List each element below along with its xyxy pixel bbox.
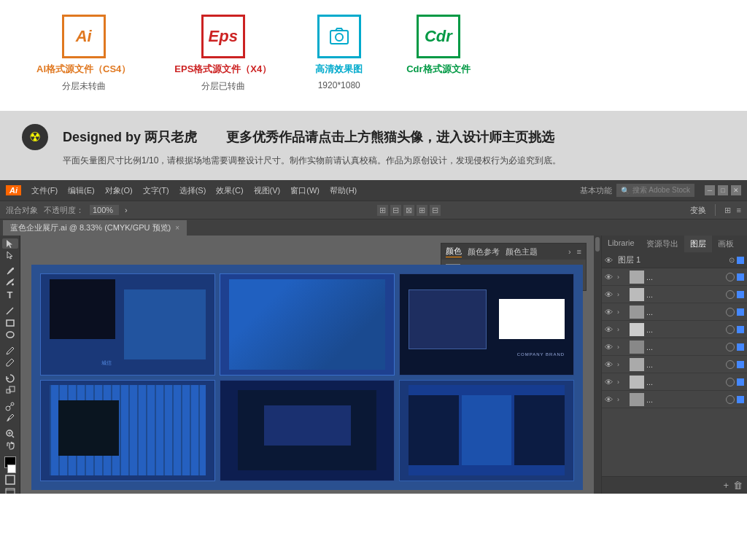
- layer-eye-7[interactable]: 👁: [605, 395, 615, 404]
- layer-vis-4[interactable]: [726, 343, 735, 351]
- window-controls: ─ □ ✕: [705, 185, 741, 195]
- layer-row[interactable]: 👁 › ...: [602, 268, 747, 286]
- zoom-tool[interactable]: [2, 429, 18, 439]
- menu-edit[interactable]: 编辑(E): [63, 183, 99, 198]
- layer-sq-2: [737, 308, 744, 316]
- layer-vis-0[interactable]: [726, 273, 735, 281]
- layer-vis-3[interactable]: [726, 325, 735, 334]
- layers-tab[interactable]: 图层: [684, 236, 712, 252]
- layer-vis-1[interactable]: [726, 290, 735, 299]
- layer-arrow-2[interactable]: ›: [617, 308, 627, 316]
- rotate-tool[interactable]: [2, 373, 18, 384]
- canvas-area[interactable]: 颜色 颜色参考 颜色主题 › ≡: [20, 236, 594, 494]
- paintbrush-tool[interactable]: [2, 346, 18, 356]
- color-ref-tab[interactable]: 颜色参考: [468, 246, 500, 257]
- pencil-tool[interactable]: [2, 357, 18, 368]
- distribute-btn-1[interactable]: ⊞: [417, 205, 427, 216]
- layer-eye-0[interactable]: 👁: [605, 273, 615, 281]
- mid-inner-5: [264, 405, 351, 446]
- scale-tool[interactable]: [2, 385, 18, 395]
- menu-help[interactable]: 帮助(H): [325, 183, 361, 198]
- layer-vis-5[interactable]: [726, 360, 735, 369]
- layer-arrow-6[interactable]: ›: [617, 378, 627, 386]
- layer-row[interactable]: 👁 › ...: [602, 373, 747, 391]
- new-layer-icon[interactable]: +: [723, 480, 729, 491]
- layer-arrow-3[interactable]: ›: [617, 326, 627, 333]
- ellipse-tool[interactable]: [2, 330, 18, 340]
- layer-eye-6[interactable]: 👁: [605, 378, 615, 386]
- layer-row[interactable]: 👁 › ...: [602, 356, 747, 373]
- layer-row[interactable]: 👁 › ...: [602, 303, 747, 321]
- menu-file[interactable]: 文件(F): [27, 183, 62, 198]
- layer-arrow-5[interactable]: ›: [617, 361, 627, 368]
- v-scroll-thumb[interactable]: [595, 237, 600, 252]
- align-btn-1[interactable]: ⊞: [377, 205, 388, 216]
- blend-tool[interactable]: [2, 401, 18, 411]
- layer-arrow-4[interactable]: ›: [617, 343, 627, 351]
- layer-eye-4[interactable]: 👁: [605, 343, 615, 351]
- layer-row[interactable]: 👁 › ...: [602, 286, 747, 303]
- rect-tool[interactable]: [2, 318, 18, 328]
- type-tool[interactable]: T: [2, 289, 18, 300]
- hand-tool[interactable]: [2, 440, 18, 451]
- artboards-tab[interactable]: 画板: [712, 236, 740, 252]
- add-anchor-tool[interactable]: [2, 278, 18, 288]
- layer-eye-3[interactable]: 👁: [605, 325, 615, 334]
- menu-effect[interactable]: 效果(C): [212, 183, 247, 198]
- distribute-btn-2[interactable]: ⊟: [430, 205, 441, 216]
- maximize-button[interactable]: □: [718, 185, 728, 195]
- draw-mode[interactable]: [2, 475, 18, 485]
- layer-color-swatch: [737, 257, 744, 264]
- close-button[interactable]: ✕: [731, 185, 741, 195]
- panel-menu[interactable]: ≡: [577, 247, 581, 256]
- screen-mode[interactable]: [2, 486, 18, 494]
- layer-vis-6[interactable]: [726, 378, 735, 386]
- layer-vis-2[interactable]: [726, 308, 735, 316]
- asset-export-tab[interactable]: 资源导出: [640, 236, 684, 252]
- inner-box-3: [409, 289, 487, 350]
- more-options[interactable]: ≡: [737, 206, 741, 214]
- menu-view[interactable]: 视图(V): [249, 183, 285, 198]
- line-tool[interactable]: [2, 306, 18, 316]
- layer-arrow-0[interactable]: ›: [617, 273, 627, 281]
- layer-visibility-toggle[interactable]: ⊙: [729, 256, 735, 264]
- layer-vis-7[interactable]: [726, 395, 735, 404]
- panel-toggle[interactable]: ⊞: [724, 206, 731, 215]
- layer-1-title: 图层 1: [618, 254, 729, 265]
- align-btn-2[interactable]: ⊟: [390, 205, 401, 216]
- opacity-arrow[interactable]: ›: [125, 206, 128, 214]
- layer-eye-5[interactable]: 👁: [605, 360, 615, 369]
- panel-bottom-icons: + 🗑: [602, 476, 747, 494]
- layer-arrow-1[interactable]: ›: [617, 291, 627, 298]
- panel-more[interactable]: ›: [568, 247, 571, 256]
- pen-tool[interactable]: [2, 266, 18, 276]
- select-tool[interactable]: [2, 238, 18, 249]
- menu-window[interactable]: 窗口(W): [286, 183, 324, 198]
- layer-name-6: ...: [646, 378, 724, 386]
- menu-object[interactable]: 对象(O): [101, 183, 137, 198]
- minimize-button[interactable]: ─: [705, 185, 715, 195]
- layer-eye-2[interactable]: 👁: [605, 308, 615, 316]
- layer-row[interactable]: 👁 › ...: [602, 338, 747, 356]
- tab-close-button[interactable]: ×: [175, 224, 179, 232]
- menu-select[interactable]: 选择(S): [175, 183, 211, 198]
- menu-text[interactable]: 文字(T): [139, 183, 174, 198]
- layer-sq-5: [737, 361, 744, 368]
- color-tab[interactable]: 颜色: [446, 246, 462, 257]
- eyedropper-tool[interactable]: [2, 413, 18, 423]
- layer-arrow-7[interactable]: ›: [617, 396, 627, 403]
- layer-eye-1[interactable]: 👁: [605, 290, 615, 299]
- layer-row[interactable]: 👁 › ...: [602, 321, 747, 338]
- delete-layer-icon[interactable]: 🗑: [733, 480, 743, 491]
- background-color[interactable]: [7, 464, 16, 473]
- direct-select-tool[interactable]: [2, 250, 18, 260]
- layer-row[interactable]: 👁 › ...: [602, 391, 747, 408]
- layer-eye-header[interactable]: 👁: [605, 256, 615, 265]
- layer-name-5: ...: [646, 360, 724, 369]
- document-tab[interactable]: 蓝色企业展厅.ai @ 8.33% (CMYK/GPU 预览) ×: [3, 220, 187, 236]
- align-btn-3[interactable]: ⊠: [403, 205, 414, 216]
- color-theme-tab[interactable]: 颜色主题: [506, 246, 538, 257]
- libraries-tab[interactable]: Librarie: [602, 236, 640, 252]
- color-panel-header: 颜色 颜色参考 颜色主题 › ≡: [441, 244, 586, 260]
- opacity-value[interactable]: 100%: [90, 205, 119, 215]
